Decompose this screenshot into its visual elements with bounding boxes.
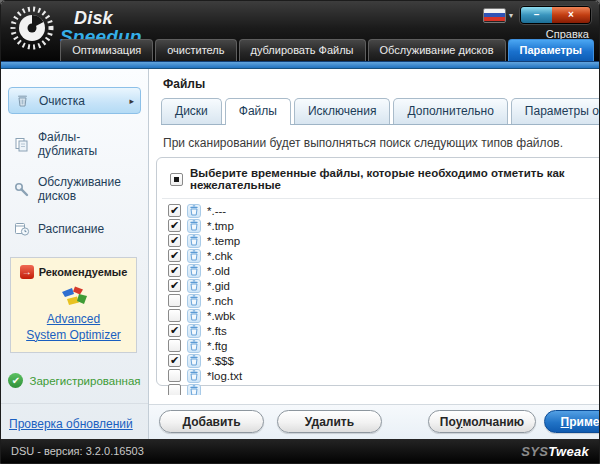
promo-title-row: → Рекомендуемые [15, 265, 132, 279]
apply-access-key: П [561, 415, 570, 429]
disk-gauge-icon [9, 5, 55, 51]
sidebar-item-disk-maintenance[interactable]: Обслуживание дисков [8, 171, 141, 207]
close-button[interactable]: × [552, 7, 590, 23]
file-type-checkbox[interactable] [168, 369, 181, 382]
nav-tab-label: Оптимизация [72, 44, 141, 56]
defaults-label-rest: молчанию [462, 415, 524, 429]
file-type-checkbox[interactable] [168, 309, 181, 322]
main-panel: Файлы Диски Файлы Исключения [149, 69, 600, 439]
file-type-label: *.--- [207, 205, 226, 217]
systweak-logo: SYSTweak [521, 444, 589, 459]
file-type-label: *log.txt [207, 370, 242, 382]
file-type-label: *.ftg [207, 340, 227, 352]
settings-tab-label: Параметры очистки [525, 104, 600, 118]
file-type-checkbox[interactable] [168, 249, 181, 262]
file-type-checkbox[interactable] [168, 324, 181, 337]
settings-tab[interactable]: Параметры очистки [511, 98, 600, 124]
file-type-row: *.tmp [168, 218, 600, 233]
select-all-label: Выберите временные файлы, которые необхо… [190, 167, 600, 191]
advanced-system-optimizer-logo [59, 284, 89, 309]
disk-tools-icon [13, 181, 30, 198]
file-type-row: *.temp [168, 233, 600, 248]
sidebar-item-schedule[interactable]: Расписание [8, 216, 141, 241]
settings-tab[interactable]: Дополнительно [393, 98, 507, 124]
file-type-label: *.tmp [207, 220, 234, 232]
settings-tab-label: Дополнительно [407, 104, 493, 118]
recycle-bin-icon [14, 92, 31, 109]
file-type-checkbox[interactable] [168, 294, 181, 307]
file-type-row: *log.txt [168, 368, 600, 383]
trash-icon [187, 204, 201, 218]
add-button-label: Добавить [182, 415, 240, 429]
apply-button[interactable]: Применить [544, 410, 600, 433]
file-type-checkbox[interactable] [168, 264, 181, 277]
window-controls: ▾ – × [483, 6, 591, 24]
file-type-checkbox[interactable] [168, 219, 181, 232]
promo-box: → Рекомендуемые Advanced System Optimize… [10, 257, 137, 353]
green-check-icon: ✔ [8, 373, 23, 388]
app-window: Disk Speedup ▾ – × Справка Оптимизация [0, 0, 600, 464]
nav-tab-label: Обслуживание дисков [380, 44, 494, 56]
trash-icon [187, 279, 201, 293]
registration-status-label: Зарегистрированная [29, 375, 140, 387]
language-selector[interactable]: ▾ [483, 8, 513, 23]
file-type-row: *.gid [168, 278, 600, 293]
file-type-checkbox[interactable] [168, 234, 181, 247]
file-type-row: *.ftg [168, 338, 600, 353]
add-button[interactable]: Добавить [159, 410, 264, 433]
nav-tab[interactable]: Оптимизация [60, 39, 153, 61]
file-type-checkbox[interactable] [168, 204, 181, 217]
sidebar-item-label: Файлы-дубликаты [38, 130, 136, 158]
settings-tab-label: Файлы [239, 104, 277, 118]
file-type-label: *.$$$ [207, 355, 234, 367]
red-arrow-icon: → [20, 265, 34, 279]
defaults-button[interactable]: По умолчанию [428, 410, 536, 433]
nav-tab[interactable]: дублировать Файлы [239, 39, 366, 61]
file-types-list: *.--- *.tmp [168, 203, 600, 395]
registration-status: ✔ Зарегистрированная [1, 373, 148, 388]
minimize-icon: – [534, 10, 540, 20]
button-bar: Добавить Удалить По умолчанию Применить [149, 404, 600, 439]
minimize-button[interactable]: – [521, 7, 552, 23]
file-type-checkbox[interactable] [168, 339, 181, 352]
nav-tab[interactable]: Параметры [508, 39, 594, 61]
select-all-checkbox[interactable] [170, 173, 183, 186]
schedule-icon [13, 220, 30, 237]
version-text: DSU - версия: 3.2.0.16503 [11, 445, 144, 457]
nav-tab[interactable]: Обслуживание дисков [368, 39, 506, 61]
file-type-row: *.wbk [168, 308, 600, 323]
file-type-label: *.chk [207, 250, 233, 262]
trash-icon [187, 219, 201, 233]
promo-link-line1[interactable]: Advanced [15, 312, 132, 328]
defaults-access-key: у [456, 415, 463, 429]
nav-tab-label: Параметры [520, 44, 582, 56]
file-type-checkbox[interactable] [168, 354, 181, 367]
nav-tab-label: очиститель [167, 44, 224, 56]
file-type-checkbox[interactable] [168, 384, 181, 395]
settings-tabs: Диски Файлы Исключения Дополнительно [161, 98, 600, 125]
settings-tab[interactable]: Диски [161, 98, 222, 124]
file-type-row: *.chk [168, 248, 600, 263]
nav-tab[interactable]: очиститель [155, 39, 236, 61]
file-type-row: *.--- [168, 203, 600, 218]
file-type-label: *.fts [207, 325, 227, 337]
trash-icon [187, 354, 201, 368]
window-body: Очистка ▸ Файлы-дубликаты Обслуживание д… [1, 69, 599, 439]
nav-tab-label: дублировать Файлы [251, 44, 354, 56]
delete-button[interactable]: Удалить [277, 410, 382, 433]
check-updates-link[interactable]: Проверка обновлений [9, 417, 133, 431]
defaults-label-pre: По [440, 415, 456, 429]
sidebar-item-duplicate-files[interactable]: Файлы-дубликаты [8, 126, 141, 162]
settings-tab[interactable]: Файлы [225, 98, 291, 125]
sidebar-item-cleanup[interactable]: Очистка ▸ [8, 87, 141, 114]
list-divider [162, 198, 600, 199]
accent-strip [1, 61, 599, 69]
promo-link-line2[interactable]: System Optimizer [15, 328, 132, 344]
duplicate-files-icon [13, 136, 30, 153]
settings-tab-label: Исключения [308, 104, 377, 118]
settings-tab[interactable]: Исключения [294, 98, 391, 124]
delete-button-label: Удалить [305, 415, 354, 429]
page-title: Файлы [163, 77, 600, 91]
file-type-checkbox[interactable] [168, 279, 181, 292]
status-bar: DSU - версия: 3.2.0.16503 SYSTweak [1, 439, 599, 463]
